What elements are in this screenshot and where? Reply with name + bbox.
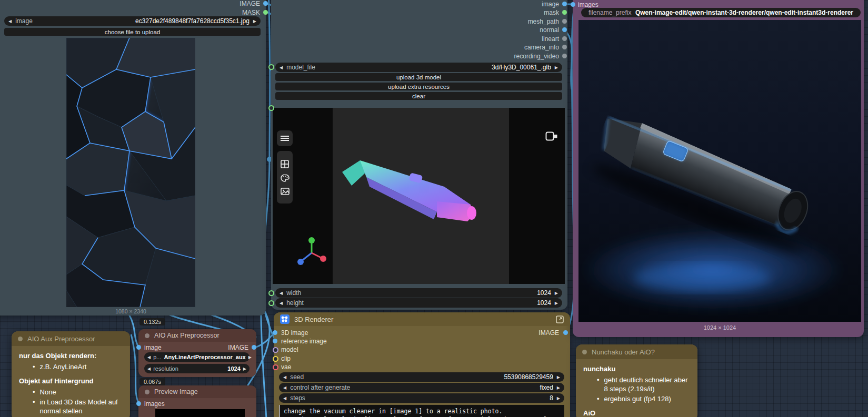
- output-label: mesh_path: [480, 18, 559, 25]
- output-port-mesh-path[interactable]: [562, 19, 567, 24]
- seed-widget[interactable]: ◀ seed 55390868529459 ▶: [279, 372, 564, 382]
- input-port-reference-image[interactable]: [273, 339, 277, 343]
- resolution-widget[interactable]: ◀ resolution 1024 ▶: [144, 364, 250, 373]
- node-collapse-dot[interactable]: [145, 333, 149, 338]
- output-port-image[interactable]: [563, 330, 568, 335]
- 3d-viewport[interactable]: [273, 108, 565, 284]
- input-port-model[interactable]: [273, 347, 278, 353]
- 3d-model-preview[interactable]: [333, 108, 509, 284]
- widget-label: height: [286, 299, 304, 307]
- output-port-image[interactable]: [263, 1, 268, 6]
- prev-arrow-icon[interactable]: ◀: [283, 396, 286, 401]
- image-preview: [66, 38, 195, 307]
- node-title: 3D Renderer: [294, 316, 333, 323]
- note-bullet: in Load 3D das Model auf normal stellen: [40, 398, 124, 415]
- output-port-image[interactable]: [252, 345, 256, 350]
- choose-file-button[interactable]: choose file to upload: [4, 28, 261, 36]
- input-label: vae: [281, 363, 291, 371]
- output-port-lineart[interactable]: [562, 36, 567, 41]
- output-port-normal[interactable]: [562, 27, 567, 32]
- next-arrow-icon[interactable]: ▶: [557, 385, 560, 390]
- height-widget[interactable]: ◀ height 1024 ▶: [275, 298, 562, 308]
- model-file-widget[interactable]: ◀ model_file 3d/Hy3D_00061_.glb ▶: [275, 63, 562, 72]
- output-label: lineart: [480, 35, 559, 43]
- steps-widget[interactable]: ◀ steps 8 ▶: [279, 393, 564, 403]
- node-title: Preview Image: [154, 388, 198, 395]
- palette-icon[interactable]: [281, 174, 290, 182]
- input-port-image[interactable]: [136, 345, 141, 350]
- widget-label: filename_prefix: [588, 9, 631, 16]
- nunchaku-note-header[interactable]: Nunchaku oder AiO?: [576, 344, 697, 359]
- next-arrow-icon[interactable]: ▶: [253, 19, 256, 24]
- input-port-height[interactable]: [268, 300, 274, 306]
- next-arrow-icon[interactable]: ▶: [557, 375, 560, 380]
- axis-gizmo[interactable]: [295, 235, 328, 269]
- note-collapse-dot[interactable]: [582, 350, 587, 354]
- input-port-clip[interactable]: [273, 356, 278, 362]
- widget-value: AnyLineArtPreprocessor_aux: [164, 354, 245, 360]
- input-label: image: [144, 344, 162, 351]
- input-port-images[interactable]: [136, 401, 141, 406]
- renderer-node-header[interactable]: 3D Renderer: [274, 312, 570, 326]
- viewport-tool-group[interactable]: [277, 151, 293, 204]
- output-port-recording-video[interactable]: [562, 54, 567, 58]
- prev-arrow-icon[interactable]: ◀: [147, 355, 151, 360]
- input-label: images: [578, 1, 598, 8]
- next-arrow-icon[interactable]: ▶: [555, 301, 558, 306]
- rendered-image-dimensions-caption: 1024 × 1024: [578, 324, 861, 331]
- input-port-viewport[interactable]: [268, 105, 274, 111]
- output-label: mask: [480, 9, 559, 16]
- viewport-menu-button[interactable]: [277, 130, 293, 146]
- output-port-mask[interactable]: [562, 10, 567, 15]
- fullscreen-icon[interactable]: [556, 316, 564, 323]
- upload-extra-resources-button[interactable]: upload extra resources: [275, 83, 562, 90]
- preview-node-header[interactable]: Preview Image: [138, 385, 256, 398]
- prev-arrow-icon[interactable]: ◀: [283, 375, 286, 380]
- comfyui-canvas[interactable]: IMAGE MASK ◀ image ec327de2f489848f7fa76…: [0, 0, 868, 417]
- timing-badge: 0.132s: [139, 318, 165, 326]
- next-arrow-icon[interactable]: ▶: [248, 355, 252, 360]
- aio-node-header[interactable]: AIO Aux Preprocessor: [138, 329, 256, 342]
- input-port-model-file[interactable]: [268, 64, 274, 70]
- widget-value: 55390868529459: [504, 373, 553, 381]
- filename-prefix-widget[interactable]: filename_prefix Qwen-image-edit/qwen-ins…: [581, 8, 861, 17]
- input-label: 3D image: [281, 329, 308, 337]
- clear-button[interactable]: clear: [275, 92, 562, 100]
- upload-3d-model-button[interactable]: upload 3d model: [275, 73, 562, 81]
- prev-arrow-icon[interactable]: ◀: [280, 65, 283, 70]
- input-port-images[interactable]: [571, 2, 575, 7]
- input-port-3d-image[interactable]: [273, 330, 277, 335]
- next-arrow-icon[interactable]: ▶: [555, 65, 558, 70]
- prev-arrow-icon[interactable]: ◀: [280, 301, 283, 306]
- output-port-camera-info[interactable]: [562, 45, 567, 49]
- next-arrow-icon[interactable]: ▶: [243, 367, 246, 371]
- image-icon[interactable]: [281, 188, 290, 195]
- grid-icon[interactable]: [281, 160, 289, 168]
- nunchaku-note-body: nunchaku geht deutlich schneller aber 8 …: [583, 359, 691, 417]
- node-collapse-dot[interactable]: [145, 390, 149, 394]
- camera-icon[interactable]: [545, 131, 558, 141]
- image-dimensions-caption: 1080 × 2340: [66, 308, 195, 314]
- prev-arrow-icon[interactable]: ◀: [147, 367, 151, 371]
- output-port-mask[interactable]: [263, 10, 268, 15]
- output-port-image[interactable]: [562, 2, 567, 6]
- prev-arrow-icon[interactable]: ◀: [283, 385, 286, 390]
- note-heading: nunchaku: [583, 364, 691, 373]
- image-widget[interactable]: ◀ image ec327de2f489848f7fa7628ccd5f35c1…: [4, 16, 261, 26]
- prev-arrow-icon[interactable]: ◀: [8, 19, 12, 24]
- width-widget[interactable]: ◀ width 1024 ▶: [275, 288, 562, 298]
- renderer-node-icon: [280, 314, 290, 324]
- prompt-textarea[interactable]: change the vacuum cleaner in [image 1] t…: [279, 405, 564, 417]
- prev-arrow-icon[interactable]: ◀: [280, 291, 283, 296]
- input-port-vae[interactable]: [273, 364, 278, 370]
- widget-label: image: [15, 17, 33, 25]
- preprocessor-widget[interactable]: ◀ p... AnyLineArtPreprocessor_aux ▶: [144, 352, 250, 362]
- next-arrow-icon[interactable]: ▶: [555, 291, 558, 296]
- next-arrow-icon[interactable]: ▶: [557, 396, 560, 401]
- input-port-width[interactable]: [268, 290, 274, 296]
- widget-label: model_file: [286, 64, 315, 71]
- note-collapse-dot[interactable]: [18, 337, 23, 341]
- control-after-generate-widget[interactable]: ◀ control after generate fixed ▶: [279, 383, 564, 392]
- aio-note-header[interactable]: AIO Aux Preprocessor: [12, 331, 130, 346]
- output-label: recording_video: [480, 53, 559, 60]
